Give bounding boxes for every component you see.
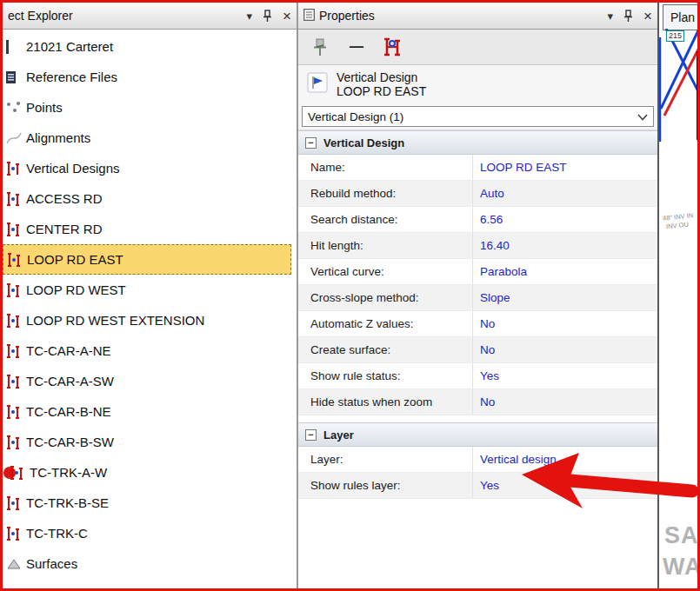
tree-item-reference-files[interactable]: Reference Files — [3, 62, 297, 92]
vertical-design-icon — [5, 190, 23, 208]
tree-item-alignments[interactable]: Alignments — [3, 123, 297, 153]
vertical-design-icon — [5, 434, 23, 451]
plan-view-panel[interactable]: Plan 215 48" INV IN INV OU SA WA — [659, 3, 697, 588]
tree-item-vertical-designs[interactable]: Vertical Designs — [3, 153, 297, 183]
map-text-sa: SA — [664, 522, 697, 549]
chevron-down-icon[interactable]: ▾ — [247, 10, 253, 22]
surfaces-icon — [5, 555, 23, 573]
selection-combobox[interactable]: Vertical Design (1) — [302, 106, 654, 127]
property-row-hit-length: Hit length: 16.40 — [298, 233, 657, 259]
pin-icon[interactable] — [263, 10, 272, 23]
tree-item-label: TC-CAR-B-SW — [23, 435, 114, 449]
chevron-down-icon[interactable]: ▾ — [608, 10, 614, 22]
layer-rows: Layer: Vertical design Show rules layer:… — [298, 447, 657, 499]
property-value[interactable]: Yes — [473, 479, 657, 492]
reference-files-icon — [5, 69, 23, 86]
pin-tool-icon[interactable] — [309, 35, 331, 59]
project-icon — [5, 38, 23, 56]
section-header-layer[interactable]: − Layer — [298, 422, 657, 447]
tree-item-surfaces[interactable]: Surfaces — [3, 548, 297, 579]
tree-item-loop-rd-west[interactable]: LOOP RD WEST — [3, 275, 297, 305]
map-text-wa: WA — [663, 554, 697, 581]
collapse-icon[interactable]: − — [305, 137, 317, 149]
selection-header: Vertical Design LOOP RD EAST — [298, 65, 657, 103]
property-row-search-distance: Search distance: 6.56 — [298, 207, 657, 233]
tree-item-label: Points — [23, 100, 63, 115]
close-icon[interactable]: × — [643, 9, 652, 23]
tree-item-tc-trk-b-se[interactable]: TC-TRK-B-SE — [3, 488, 297, 518]
property-row-name: Name: LOOP RD EAST — [298, 155, 657, 181]
tree-item-tc-car-a-sw[interactable]: TC-CAR-A-SW — [3, 366, 297, 396]
property-value[interactable]: LOOP RD EAST — [473, 161, 657, 174]
vertical-design-flag-icon — [307, 72, 328, 96]
property-label: Hit length: — [298, 233, 473, 258]
property-label: Show rule status: — [298, 363, 473, 388]
tree-item-label: LOOP RD WEST EXTENSION — [23, 313, 204, 328]
vertical-design-icon — [6, 251, 23, 269]
tree-item-label: LOOP RD EAST — [23, 252, 123, 267]
vertical-design-icon — [5, 342, 23, 360]
property-value[interactable]: 16.40 — [473, 239, 657, 252]
property-label: Rebuild method: — [298, 181, 473, 206]
property-row-layer: Layer: Vertical design — [298, 447, 657, 473]
tree-item-tc-car-b-sw[interactable]: TC-CAR-B-SW — [3, 427, 297, 457]
property-value[interactable]: No — [473, 343, 657, 356]
section-gap — [298, 415, 657, 422]
tree-item-tc-car-b-ne[interactable]: TC-CAR-B-NE — [3, 396, 297, 427]
selection-combo-wrap: Vertical Design (1) — [298, 103, 657, 130]
tree-item-21021-carteret[interactable]: 21021 Carteret — [3, 31, 297, 62]
panel-title: ect Explorer — [8, 9, 247, 23]
vertical-design-icon — [5, 525, 23, 542]
section-header-vertical-design[interactable]: − Vertical Design — [298, 130, 657, 155]
property-row-hide-status-when-zoom: Hide status when zoom No — [298, 389, 657, 415]
property-value[interactable]: Vertical design — [473, 453, 657, 466]
vertical-design-tool-icon[interactable] — [382, 35, 404, 59]
properties-titlebar[interactable]: Properties ▾ × — [298, 3, 657, 30]
tree-item-points[interactable]: Points — [3, 92, 297, 123]
pin-icon[interactable] — [623, 10, 633, 23]
property-value[interactable]: Slope — [473, 291, 657, 304]
property-value[interactable]: Yes — [473, 369, 657, 382]
tree-item-center-rd[interactable]: CENTER RD — [3, 214, 297, 244]
property-row-cross-slope-method: Cross-slope method: Slope — [298, 285, 657, 311]
tree-item-tc-trk-c[interactable]: TC-TRK-C — [3, 518, 297, 548]
tab-plan-label: Plan — [670, 10, 695, 24]
property-row-show-rules-layer: Show rules layer: Yes — [298, 473, 657, 499]
tree-item-tc-trk-a-w[interactable]: TC-TRK-A-W — [3, 457, 297, 488]
tree-item-label: TC-TRK-B-SE — [23, 495, 109, 510]
properties-empty-area — [298, 499, 657, 588]
tree-item-tc-car-a-ne[interactable]: TC-CAR-A-NE — [3, 335, 297, 366]
property-value[interactable]: No — [473, 395, 657, 408]
tree-item-label: TC-TRK-C — [23, 526, 88, 541]
tree-item-label: TC-TRK-A-W — [26, 465, 107, 480]
property-label: Create surface: — [298, 337, 473, 362]
vertical-design-icon — [5, 495, 23, 512]
close-icon[interactable]: × — [283, 9, 291, 23]
tree-item-loop-rd-west-extension[interactable]: LOOP RD WEST EXTENSION — [3, 305, 297, 335]
property-label: Vertical curve: — [298, 259, 473, 284]
properties-panel: Properties ▾ × — Verti — [298, 3, 659, 588]
property-value[interactable]: Parabola — [473, 265, 657, 278]
vertical-design-icon — [5, 373, 23, 390]
property-value[interactable]: Auto — [473, 187, 657, 200]
property-value[interactable]: 6.56 — [473, 213, 657, 226]
property-label: Show rules layer: — [298, 473, 473, 498]
alignments-icon — [5, 129, 23, 147]
tree-item-loop-rd-east[interactable]: LOOP RD EAST — [3, 244, 291, 275]
tree-item-label: 21021 Carteret — [23, 39, 113, 54]
property-label: Automatic Z values: — [298, 311, 473, 336]
tree-item-label: Vertical Designs — [23, 161, 120, 176]
property-label: Layer: — [298, 447, 473, 472]
property-value[interactable]: No — [473, 317, 657, 330]
screenshot-root: ect Explorer ▾ × 21021 Carteret Re — [0, 0, 700, 591]
collapse-icon[interactable]: − — [305, 429, 317, 441]
tree-item-label: Alignments — [23, 130, 90, 145]
project-explorer-titlebar[interactable]: ect Explorer ▾ × — [3, 3, 297, 30]
map-canvas[interactable]: 215 48" INV IN INV OU SA WA — [659, 29, 697, 588]
tree-item-label: TC-CAR-A-NE — [23, 343, 111, 358]
tree-item-access-rd[interactable]: ACCESS RD — [3, 183, 297, 214]
tree-item-label: Surfaces — [23, 556, 77, 571]
minus-tool-icon[interactable]: — — [345, 35, 368, 59]
tab-plan[interactable]: Plan — [663, 4, 697, 30]
property-row-rebuild-method: Rebuild method: Auto — [298, 181, 657, 207]
